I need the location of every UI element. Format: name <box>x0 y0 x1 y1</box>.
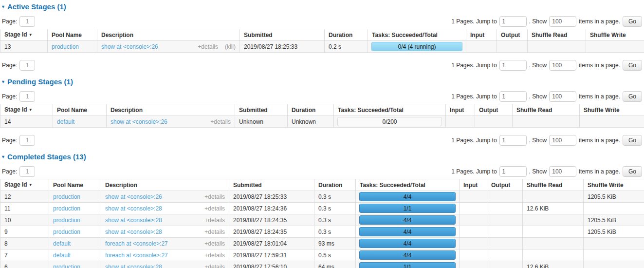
pool-name-link[interactable]: production <box>53 205 80 212</box>
column-header[interactable]: Shuffle Read <box>528 29 586 41</box>
column-header[interactable]: Duration <box>314 179 356 191</box>
progress-label: 0/4 (4 running) <box>372 43 462 50</box>
column-header[interactable]: Submitted <box>240 29 325 41</box>
description-link[interactable]: foreach at <console>:27 <box>105 252 168 259</box>
column-header[interactable]: Shuffle Read <box>513 104 580 116</box>
description-link[interactable]: show at <console>:28 <box>105 217 162 224</box>
output-cell <box>487 226 523 238</box>
column-header[interactable]: Shuffle Write <box>586 29 644 41</box>
column-header[interactable]: Shuffle Write <box>584 179 644 191</box>
shuffle-read-cell <box>523 191 584 203</box>
items-per-page-input[interactable] <box>549 91 576 102</box>
pool-name-link[interactable]: default <box>53 252 71 259</box>
pool-name-link[interactable]: production <box>53 193 80 200</box>
description-actions: +details <box>204 240 225 247</box>
column-header[interactable]: Input <box>446 104 475 116</box>
column-header[interactable]: Stage Id▼ <box>0 29 48 41</box>
shuffle-write-cell <box>584 238 644 249</box>
input-cell <box>460 226 487 238</box>
jump-to-input[interactable] <box>499 135 527 146</box>
section-title-completed-stages[interactable]: ▼Completed Stages (13) <box>1 153 644 161</box>
page-number-input[interactable] <box>19 166 35 177</box>
column-header[interactable]: Description <box>97 29 240 41</box>
details-toggle[interactable]: +details <box>204 205 225 212</box>
go-button[interactable]: Go <box>623 135 642 146</box>
submitted-cell: 2019/08/27 18:25:33 <box>229 191 314 203</box>
details-toggle[interactable]: +details <box>204 217 225 224</box>
column-header[interactable]: Duration <box>288 104 334 116</box>
column-header[interactable]: Stage Id▼ <box>0 179 49 191</box>
items-per-page-input[interactable] <box>549 135 576 146</box>
details-toggle[interactable]: +details <box>198 43 218 50</box>
column-header[interactable]: Output <box>497 29 528 41</box>
section-title-active-stages[interactable]: ▼Active Stages (1) <box>1 2 644 11</box>
details-toggle[interactable]: +details <box>210 118 231 125</box>
column-header[interactable]: Stage Id▼ <box>0 104 53 116</box>
details-toggle[interactable]: +details <box>204 240 225 247</box>
page-number-input[interactable] <box>19 16 35 27</box>
details-toggle[interactable]: +details <box>204 193 225 200</box>
pool-name-link[interactable]: default <box>53 240 71 247</box>
description-link[interactable]: show at <console>:26 <box>105 193 162 200</box>
column-header[interactable]: Tasks: Succeeded/Total <box>334 104 446 116</box>
description-link[interactable]: show at <console>:28 <box>105 205 162 212</box>
column-header[interactable]: Tasks: Succeeded/Total <box>368 29 466 41</box>
details-toggle[interactable]: +details <box>204 252 225 259</box>
description-link[interactable]: show at <console>:26 <box>110 118 167 125</box>
description-link[interactable]: show at <console>:26 <box>101 43 158 50</box>
items-label: items in a page. <box>579 93 620 100</box>
jump-to-input[interactable] <box>499 16 527 27</box>
table-row: 8 default foreach at <console>:27 +detai… <box>0 238 644 249</box>
description-cell: show at <console>:28 +details <box>101 261 229 268</box>
description-link[interactable]: show at <console>:28 <box>105 229 162 235</box>
page-number-input[interactable] <box>19 135 35 146</box>
jump-to-input[interactable] <box>499 166 527 177</box>
section-title-pending-stages[interactable]: ▼Pending Stages (1) <box>1 77 644 86</box>
shuffle-write-cell <box>580 116 644 128</box>
details-toggle[interactable]: +details <box>204 229 225 235</box>
column-header[interactable]: Shuffle Write <box>580 104 644 116</box>
jump-to-input[interactable] <box>499 91 527 102</box>
sort-arrow-icon: ▼ <box>29 33 33 37</box>
column-header[interactable]: Input <box>460 179 487 191</box>
go-button[interactable]: Go <box>623 166 642 177</box>
pool-name-link[interactable]: production <box>53 217 80 224</box>
column-header[interactable]: Duration <box>325 29 368 41</box>
page-label: Page: <box>2 168 17 175</box>
items-per-page-input[interactable] <box>549 60 576 71</box>
column-header[interactable]: Input <box>466 29 497 41</box>
pool-name-link[interactable]: production <box>52 43 79 50</box>
page-number-input[interactable] <box>19 60 35 71</box>
column-header[interactable]: Description <box>101 179 229 191</box>
description-link[interactable]: show at <console>:28 <box>105 264 162 268</box>
pool-name-link[interactable]: default <box>57 118 74 125</box>
items-per-page-input[interactable] <box>549 16 576 27</box>
column-header[interactable]: Submitted <box>235 104 288 116</box>
table-header-row: Stage Id▼Pool NameDescriptionSubmittedDu… <box>0 179 644 191</box>
pool-name-link[interactable]: production <box>53 229 80 235</box>
column-header[interactable]: Output <box>475 104 513 116</box>
go-button[interactable]: Go <box>623 91 642 102</box>
go-button[interactable]: Go <box>623 60 642 71</box>
go-button[interactable]: Go <box>623 16 642 27</box>
column-header[interactable]: Pool Name <box>48 29 97 41</box>
details-toggle[interactable]: +details <box>204 264 225 268</box>
column-header[interactable]: Description <box>107 104 235 116</box>
column-header[interactable]: Tasks: Succeeded/Total <box>356 179 460 191</box>
pool-name-link[interactable]: production <box>53 264 80 268</box>
jump-to-input[interactable] <box>499 60 527 71</box>
column-header[interactable]: Submitted <box>229 179 314 191</box>
pagination-right: 1 Pages. Jump to . Show items in a page.… <box>451 166 642 177</box>
shuffle-read-cell <box>523 249 584 261</box>
page-number-input[interactable] <box>19 91 35 102</box>
column-header[interactable]: Pool Name <box>49 179 101 191</box>
description-link[interactable]: foreach at <console>:27 <box>105 240 168 247</box>
shuffle-read-cell <box>513 116 580 128</box>
column-header[interactable]: Output <box>487 179 523 191</box>
column-header[interactable]: Shuffle Read <box>523 179 584 191</box>
pagination-left: Page: <box>2 60 35 71</box>
column-header[interactable]: Pool Name <box>53 104 107 116</box>
page-label: Page: <box>2 93 17 100</box>
items-per-page-input[interactable] <box>549 166 576 177</box>
kill-link[interactable]: (kill) <box>225 43 236 50</box>
